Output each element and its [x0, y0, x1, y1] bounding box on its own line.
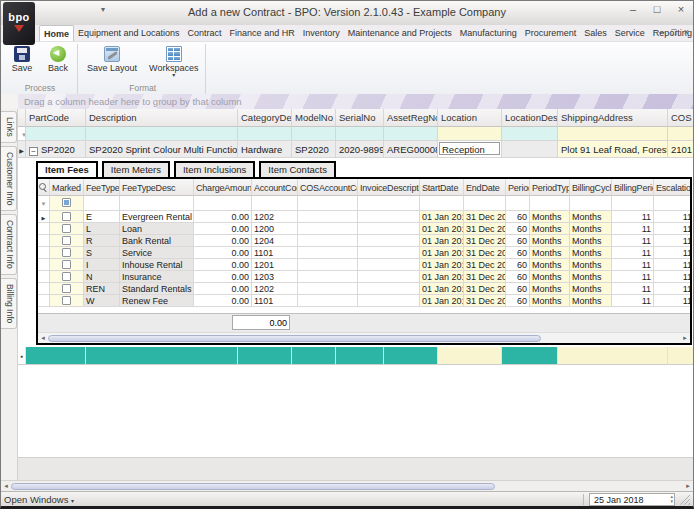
- save-layout-button[interactable]: Save Layout: [84, 45, 140, 82]
- col-marked[interactable]: Marked: [50, 179, 84, 196]
- col-startdate[interactable]: StartDate: [420, 179, 464, 196]
- fee-row[interactable]: R Bank Rental 0.00 1204 01 Jan 2018 31 D…: [38, 235, 690, 247]
- new-description-cell[interactable]: [86, 347, 238, 365]
- partcode-cell[interactable]: −SP2020: [26, 141, 86, 158]
- filter-description[interactable]: [86, 127, 238, 141]
- col-billingcycle[interactable]: BillingCycle: [570, 179, 612, 196]
- enddate-cell[interactable]: 31 Dec 2022: [464, 259, 506, 271]
- period-cell[interactable]: 60: [506, 211, 530, 223]
- col-escalationperiod[interactable]: EscalationPeriod: [654, 179, 692, 196]
- ribbon-tab-maintenance-and-projects[interactable]: Maintenance and Projects: [344, 25, 456, 41]
- side-tab-billing-info[interactable]: Billing Info: [1, 278, 17, 329]
- feetype-cell[interactable]: R: [84, 235, 120, 247]
- billingperiod-cell[interactable]: 11: [612, 223, 654, 235]
- periodtype-cell[interactable]: Months: [530, 235, 570, 247]
- ribbon-tab-manufacturing[interactable]: Manufacturing: [456, 25, 521, 41]
- cosaccountcode-cell[interactable]: [298, 211, 358, 223]
- col-modelno[interactable]: ModelNo: [292, 109, 336, 127]
- filter-startdate[interactable]: [420, 196, 464, 211]
- new-item-row[interactable]: ●: [18, 347, 693, 365]
- periodtype-cell[interactable]: Months: [530, 259, 570, 271]
- enddate-cell[interactable]: 31 Dec 2022: [464, 211, 506, 223]
- collapse-row-icon[interactable]: −: [29, 147, 38, 156]
- col-periodtype[interactable]: PeriodType: [530, 179, 570, 196]
- filter-categorydesc[interactable]: [238, 127, 292, 141]
- filter-modelno[interactable]: [292, 127, 336, 141]
- billingperiod-cell[interactable]: 11: [612, 283, 654, 295]
- col-cosaccountcode[interactable]: COSAccountCode: [298, 179, 358, 196]
- escalationperiod-cell[interactable]: 11: [654, 271, 692, 283]
- side-tab-contract-info[interactable]: Contract Info: [1, 214, 17, 275]
- description-cell[interactable]: SP2020 Sprint Colour Multi Functional Co…: [86, 141, 238, 158]
- new-locationdesc-cell[interactable]: [502, 347, 558, 365]
- col-accountcode[interactable]: AccountCode: [252, 179, 298, 196]
- tab-item-contacts[interactable]: Item Contacts: [259, 161, 336, 179]
- new-cos-cell[interactable]: [668, 347, 693, 365]
- feetype-cell[interactable]: W: [84, 295, 120, 307]
- billingcycle-cell[interactable]: Months: [570, 223, 612, 235]
- col-chargeamount[interactable]: ChargeAmount: [194, 179, 252, 196]
- feetype-cell[interactable]: N: [84, 271, 120, 283]
- cosaccountcode-cell[interactable]: [298, 235, 358, 247]
- period-cell[interactable]: 60: [506, 247, 530, 259]
- location-editor[interactable]: Reception: [439, 142, 500, 155]
- filter-billingcycle[interactable]: [570, 196, 612, 211]
- fee-row[interactable]: N Insurance 0.00 1203 01 Jan 2018 31 Dec…: [38, 271, 690, 283]
- chargeamount-cell[interactable]: 0.00: [194, 271, 252, 283]
- marked-checkbox[interactable]: [62, 296, 71, 305]
- feetypedesc-cell[interactable]: Service: [120, 247, 194, 259]
- filter-period[interactable]: [506, 196, 530, 211]
- periodtype-cell[interactable]: Months: [530, 271, 570, 283]
- maximize-icon[interactable]: □: [649, 3, 665, 15]
- col-categorydesc[interactable]: CategoryDesc: [238, 109, 292, 127]
- accountcode-cell[interactable]: 1202: [252, 211, 298, 223]
- billingperiod-cell[interactable]: 11: [612, 295, 654, 307]
- fee-row[interactable]: E Evergreen Rental 0.00 1202 01 Jan 2018…: [38, 211, 690, 223]
- startdate-cell[interactable]: 01 Jan 2018: [420, 283, 464, 295]
- period-cell[interactable]: 60: [506, 235, 530, 247]
- filter-partcode[interactable]: [26, 127, 86, 141]
- scroll-left-icon[interactable]: ◂: [38, 334, 48, 342]
- marked-checkbox[interactable]: [62, 212, 71, 221]
- accountcode-cell[interactable]: 1200: [252, 223, 298, 235]
- escalationperiod-cell[interactable]: 11: [654, 223, 692, 235]
- cosaccountcode-cell[interactable]: [298, 271, 358, 283]
- cosaccountcode-cell[interactable]: [298, 247, 358, 259]
- scroll-left-icon[interactable]: ◂: [1, 482, 11, 490]
- new-assetregno-cell[interactable]: [384, 347, 438, 365]
- tab-item-meters[interactable]: Item Meters: [102, 161, 170, 179]
- billingperiod-cell[interactable]: 11: [612, 259, 654, 271]
- invoicedescription-cell[interactable]: [358, 295, 420, 307]
- feetypedesc-cell[interactable]: Insurance: [120, 271, 194, 283]
- enddate-cell[interactable]: 31 Dec 2022: [464, 271, 506, 283]
- open-windows-button[interactable]: Open Windows ▾: [4, 494, 74, 505]
- billingperiod-cell[interactable]: 11: [612, 247, 654, 259]
- side-tab-links[interactable]: Links: [1, 111, 17, 143]
- shippingaddress-cell[interactable]: Plot 91 Leaf Road, Forest Hills,...: [558, 141, 668, 158]
- main-horizontal-scrollbar[interactable]: ◂ ▸: [1, 480, 693, 491]
- date-spinner[interactable]: ▴▾: [670, 494, 673, 504]
- filter-locationdesc[interactable]: [502, 127, 558, 141]
- periodtype-cell[interactable]: Months: [530, 223, 570, 235]
- filter-enddate[interactable]: [464, 196, 506, 211]
- invoicedescription-cell[interactable]: [358, 271, 420, 283]
- col-partcode[interactable]: PartCode: [26, 109, 86, 127]
- col-description[interactable]: Description: [86, 109, 238, 127]
- ribbon-tab-procurement[interactable]: Procurement: [521, 25, 581, 41]
- chargeamount-cell[interactable]: 0.00: [194, 235, 252, 247]
- ribbon-tab-service[interactable]: Service: [611, 25, 649, 41]
- col-serialno[interactable]: SerialNo: [336, 109, 384, 127]
- feetypedesc-cell[interactable]: Loan: [120, 223, 194, 235]
- marked-checkbox[interactable]: [62, 272, 71, 281]
- startdate-cell[interactable]: 01 Jan 2018: [420, 271, 464, 283]
- startdate-cell[interactable]: 01 Jan 2018: [420, 211, 464, 223]
- new-categorydesc-cell[interactable]: [238, 347, 292, 365]
- scroll-thumb[interactable]: [48, 335, 541, 342]
- periodtype-cell[interactable]: Months: [530, 211, 570, 223]
- billingcycle-cell[interactable]: Months: [570, 271, 612, 283]
- chargeamount-cell[interactable]: 0.00: [194, 259, 252, 271]
- filter-chargeamount[interactable]: [194, 196, 252, 211]
- feetype-cell[interactable]: E: [84, 211, 120, 223]
- escalationperiod-cell[interactable]: 11: [654, 247, 692, 259]
- new-partcode-cell[interactable]: [26, 347, 86, 365]
